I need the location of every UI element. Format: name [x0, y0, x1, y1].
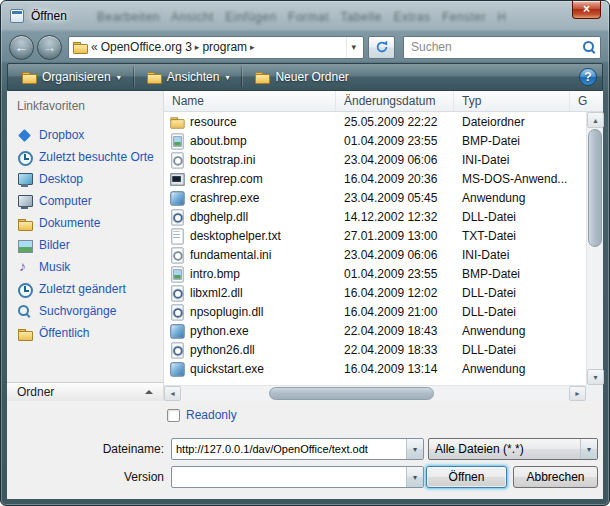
sidebar-item-label: Computer — [39, 194, 92, 208]
bmp-file-icon — [169, 266, 184, 281]
breadcrumb-overflow-icon[interactable] — [91, 40, 98, 54]
chevron-down-icon — [225, 73, 229, 82]
file-row[interactable]: dbghelp.dll 14.12.2002 12:32 DLL-Datei — [164, 207, 586, 226]
sidebar-item-public[interactable]: Öffentlich — [17, 322, 161, 344]
horizontal-scrollbar[interactable] — [164, 385, 586, 401]
scroll-up-icon[interactable] — [587, 112, 604, 128]
breadcrumb-separator-icon[interactable] — [195, 42, 200, 52]
sidebar-item-dropbox[interactable]: Dropbox — [17, 124, 161, 146]
titlebar: Bearbeiten Ansicht Einfügen Format Tabel… — [1, 1, 609, 31]
file-name: intro.bmp — [190, 267, 336, 281]
file-row[interactable]: fundamental.ini 23.04.2009 06:06 INI-Dat… — [164, 245, 586, 264]
file-name: bootstrap.ini — [190, 153, 336, 167]
version-combobox[interactable] — [171, 466, 424, 488]
file-row[interactable]: about.bmp 01.04.2009 23:55 BMP-Datei — [164, 131, 586, 150]
file-name: desktophelper.txt — [190, 229, 336, 243]
breadcrumb-dropdown-icon[interactable] — [346, 37, 360, 58]
file-row[interactable]: crashrep.exe 23.04.2009 05:45 Anwendung — [164, 188, 586, 207]
scroll-down-icon[interactable] — [587, 369, 604, 385]
file-row[interactable]: quickstart.exe 16.04.2009 13:14 Anwendun… — [164, 359, 586, 378]
file-date: 01.04.2009 23:55 — [336, 267, 454, 281]
file-row[interactable]: bootstrap.ini 23.04.2009 06:06 INI-Datei — [164, 150, 586, 169]
file-date: 23.04.2009 05:45 — [336, 191, 454, 205]
search-input[interactable] — [411, 40, 582, 54]
sidebar-item-documents[interactable]: Dokumente — [17, 212, 161, 234]
file-name: about.bmp — [190, 134, 336, 148]
sidebar-item-computer[interactable]: Computer — [17, 190, 161, 212]
filetype-dropdown-icon[interactable] — [580, 439, 597, 459]
breadcrumb[interactable]: OpenOffice.org 3 program — [68, 36, 364, 59]
sidebar-item-pictures[interactable]: Bilder — [17, 234, 161, 256]
new-folder-button[interactable]: Neuer Ordner — [246, 65, 356, 89]
refresh-button[interactable] — [368, 36, 395, 59]
list-header: Name Änderungsdatum Typ G — [164, 91, 603, 112]
search-box — [403, 36, 601, 59]
public-folder-icon — [17, 326, 32, 341]
toolbar-separator — [241, 67, 242, 87]
file-name: quickstart.exe — [190, 362, 336, 376]
file-type: Dateiordner — [454, 115, 586, 129]
filename-input[interactable] — [172, 443, 406, 455]
file-type: INI-Datei — [454, 153, 586, 167]
help-button[interactable]: ? — [579, 68, 597, 86]
folder-icon — [72, 39, 88, 55]
column-header-size[interactable]: G — [570, 91, 603, 111]
file-row[interactable]: libxml2.dll 16.04.2009 12:02 DLL-Datei — [164, 283, 586, 302]
dll-file-icon — [169, 342, 184, 357]
version-dropdown-icon[interactable] — [406, 467, 423, 487]
search-icon[interactable] — [582, 40, 596, 54]
dialog-client-area: Linkfavoriten Dropbox Zuletzt besuchte O… — [7, 91, 603, 499]
command-toolbar: Organisieren Ansichten Neuer Ordner ? — [7, 63, 603, 91]
chevron-up-icon — [145, 390, 153, 394]
scroll-right-icon[interactable] — [569, 386, 586, 401]
views-button[interactable]: Ansichten — [138, 65, 238, 89]
cancel-button[interactable]: Abbrechen — [513, 466, 598, 488]
scroll-left-icon[interactable] — [164, 386, 181, 401]
horizontal-scrollbar-thumb[interactable] — [269, 387, 434, 400]
column-header-date[interactable]: Änderungsdatum — [336, 91, 454, 111]
refresh-icon — [375, 40, 389, 54]
folders-band[interactable]: Ordner — [7, 382, 163, 401]
sidebar-item-recent-places[interactable]: Zuletzt besuchte Orte — [17, 146, 161, 168]
folder-icon — [169, 114, 184, 129]
breadcrumb-item[interactable]: OpenOffice.org 3 — [101, 40, 192, 54]
sidebar-item-label: Desktop — [39, 172, 83, 186]
dll-file-icon — [169, 209, 184, 224]
back-button[interactable] — [9, 35, 34, 60]
app-icon — [169, 361, 184, 376]
file-row[interactable]: resource 25.05.2009 22:22 Dateiordner — [164, 112, 586, 131]
file-type: DLL-Datei — [454, 210, 586, 224]
readonly-checkbox[interactable] — [167, 409, 180, 422]
sidebar-item-music[interactable]: Musik — [17, 256, 161, 278]
readonly-option[interactable]: Readonly — [167, 408, 237, 422]
file-row[interactable]: desktophelper.txt 27.01.2009 13:00 TXT-D… — [164, 226, 586, 245]
ini-file-icon — [169, 152, 184, 167]
file-row[interactable]: intro.bmp 01.04.2009 23:55 BMP-Datei — [164, 264, 586, 283]
file-row[interactable]: npsoplugin.dll 16.04.2009 21:00 DLL-Date… — [164, 302, 586, 321]
column-header-type[interactable]: Typ — [454, 91, 570, 111]
forward-button[interactable] — [37, 35, 62, 60]
sidebar: Linkfavoriten Dropbox Zuletzt besuchte O… — [7, 91, 163, 401]
file-row[interactable]: python.exe 22.04.2009 18:43 Anwendung — [164, 321, 586, 340]
breadcrumb-separator-icon[interactable] — [250, 42, 255, 52]
sidebar-item-searches[interactable]: Suchvorgänge — [17, 300, 161, 322]
filename-dropdown-icon[interactable] — [406, 439, 423, 459]
vertical-scrollbar-thumb[interactable] — [588, 129, 602, 247]
msdos-app-icon — [169, 171, 184, 186]
close-button[interactable]: × — [572, 1, 601, 19]
file-name: python26.dll — [190, 343, 336, 357]
recent-places-icon — [17, 150, 32, 165]
filetype-dropdown[interactable]: Alle Dateien (*.*) — [428, 438, 598, 460]
sidebar-item-recently-changed[interactable]: Zuletzt geändert — [17, 278, 161, 300]
sidebar-item-desktop[interactable]: Desktop — [17, 168, 161, 190]
file-row[interactable]: crashrep.com 16.04.2009 20:36 MS-DOS-Anw… — [164, 169, 586, 188]
sidebar-item-label: Bilder — [39, 238, 70, 252]
breadcrumb-item[interactable]: program — [202, 40, 247, 54]
organize-button[interactable]: Organisieren — [13, 65, 129, 89]
version-input[interactable] — [172, 471, 406, 483]
scrollbar-corner — [586, 385, 603, 401]
file-row[interactable]: python26.dll 22.04.2009 18:33 DLL-Datei — [164, 340, 586, 359]
vertical-scrollbar[interactable] — [586, 112, 603, 385]
column-header-name[interactable]: Name — [164, 91, 336, 111]
open-button[interactable]: Öffnen — [426, 466, 507, 488]
